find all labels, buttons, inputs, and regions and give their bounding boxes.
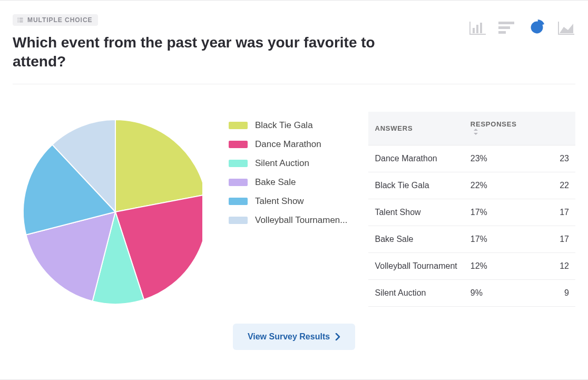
legend-item[interactable]: Talent Show [229, 192, 347, 211]
header-divider [13, 84, 575, 84]
chart-type-toolbar [469, 14, 575, 35]
svg-rect-11 [498, 31, 506, 34]
answer-count-cell: 9 [526, 280, 575, 307]
svg-point-1 [18, 20, 19, 21]
legend-swatch [229, 160, 248, 167]
legend-item[interactable]: Bake Sale [229, 173, 347, 192]
svg-point-0 [18, 18, 19, 19]
answer-pct-cell: 22% [464, 172, 526, 199]
question-title: Which event from the past year was your … [13, 33, 381, 72]
cta-wrap: View Survey Results [13, 324, 575, 350]
legend-item[interactable]: Silent Auction [229, 154, 347, 173]
legend-label: Volleyball Tournamen... [255, 215, 347, 226]
svg-rect-8 [480, 23, 482, 33]
responses-table: ANSWERS RESPONSES Dance Marathon23%23Bla… [368, 112, 575, 307]
legend-label: Bake Sale [255, 177, 296, 188]
responses-column-header[interactable]: RESPONSES [464, 112, 526, 145]
chevron-right-icon [335, 333, 340, 340]
answer-count-cell: 17 [526, 199, 575, 226]
bar-chart-icon[interactable] [498, 17, 516, 35]
column-chart-icon[interactable] [469, 17, 487, 35]
table-row: Bake Sale17%17 [368, 226, 575, 253]
legend-item[interactable]: Dance Marathon [229, 135, 347, 154]
svg-point-2 [18, 22, 19, 23]
view-survey-results-button[interactable]: View Survey Results [233, 324, 355, 350]
sort-icon [474, 129, 478, 137]
answer-pct-cell: 17% [464, 199, 526, 226]
answer-pct-cell: 23% [464, 145, 526, 172]
legend-item[interactable]: Black Tie Gala [229, 116, 347, 135]
answer-count-cell: 12 [526, 253, 575, 280]
answer-label-cell: Bake Sale [368, 226, 464, 253]
answer-count-cell: 23 [526, 145, 575, 172]
answer-count-cell: 17 [526, 226, 575, 253]
pie-chart [13, 112, 208, 307]
pie-chart-icon[interactable] [528, 17, 546, 35]
answer-label-cell: Dance Marathon [368, 145, 464, 172]
svg-rect-4 [19, 20, 23, 20]
legend-swatch [229, 198, 248, 205]
legend-label: Talent Show [255, 196, 304, 207]
question-type-label: MULTIPLE CHOICE [27, 16, 93, 24]
table-row: Volleyball Tournament12%12 [368, 253, 575, 280]
answer-pct-cell: 17% [464, 226, 526, 253]
table-row: Dance Marathon23%23 [368, 145, 575, 172]
answer-pct-cell: 9% [464, 280, 526, 307]
legend-swatch [229, 179, 248, 186]
svg-rect-6 [473, 28, 475, 33]
legend-label: Black Tie Gala [255, 120, 313, 131]
legend-label: Dance Marathon [255, 139, 321, 150]
svg-rect-10 [498, 26, 510, 29]
legend-item[interactable]: Volleyball Tournamen... [229, 211, 347, 230]
svg-rect-9 [498, 22, 514, 24]
svg-rect-3 [19, 18, 23, 18]
table-row: Talent Show17%17 [368, 199, 575, 226]
results-content: Black Tie GalaDance MarathonSilent Aucti… [13, 89, 575, 307]
legend-label: Silent Auction [255, 158, 309, 169]
list-icon [17, 16, 24, 24]
table-row: Black Tie Gala22%22 [368, 172, 575, 199]
answer-label-cell: Volleyball Tournament [368, 253, 464, 280]
cta-label: View Survey Results [248, 332, 330, 342]
survey-results-card: MULTIPLE CHOICE [0, 0, 588, 380]
area-chart-icon[interactable] [557, 17, 575, 35]
svg-rect-5 [19, 22, 23, 22]
legend-swatch [229, 141, 248, 148]
svg-rect-7 [476, 25, 478, 33]
answer-label-cell: Silent Auction [368, 280, 464, 307]
table-row: Silent Auction9%9 [368, 280, 575, 307]
answer-pct-cell: 12% [464, 253, 526, 280]
answer-label-cell: Black Tie Gala [368, 172, 464, 199]
legend-swatch [229, 217, 248, 224]
answers-column-header[interactable]: ANSWERS [368, 112, 464, 145]
answer-count-cell: 22 [526, 172, 575, 199]
legend-swatch [229, 122, 248, 129]
answer-label-cell: Talent Show [368, 199, 464, 226]
question-type-tag: MULTIPLE CHOICE [13, 14, 98, 26]
pie-legend: Black Tie GalaDance MarathonSilent Aucti… [229, 112, 347, 230]
